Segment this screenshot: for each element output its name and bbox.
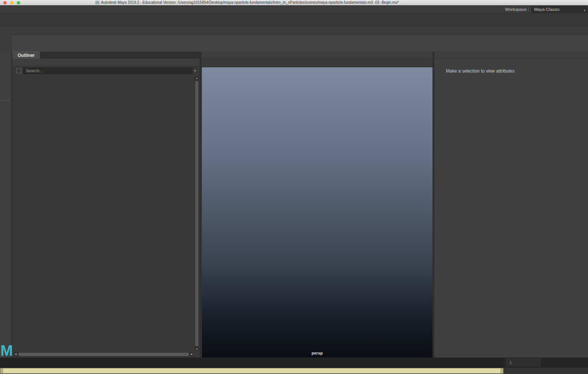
3d-scene — [202, 67, 432, 358]
window-title: Autodesk Maya 2019.2 - Educational Versi… — [101, 0, 399, 4]
outliner-vertical-scrollbar[interactable]: ▲▼ — [195, 76, 199, 351]
outliner-search-input[interactable]: Search... — [23, 67, 193, 74]
range-start-handle[interactable] — [0, 368, 3, 373]
filter-target-icon[interactable] — [16, 68, 21, 73]
attribute-editor-message: Make a selection to view attributes — [446, 68, 514, 74]
time-slider[interactable] — [0, 358, 504, 368]
maya-window: MA Autodesk Maya 2019.2 - Educational Ve… — [0, 0, 588, 374]
minimize-window-button[interactable] — [10, 1, 13, 4]
range-slider[interactable] — [0, 368, 504, 374]
outliner-list — [12, 76, 194, 352]
status-line — [0, 14, 588, 26]
zoom-window-button[interactable] — [17, 1, 20, 4]
workspace-selector[interactable]: Maya Classic▾ — [531, 6, 587, 13]
outliner-tab[interactable]: Outliner — [12, 52, 40, 59]
main-menubar: Workspace : Maya Classic▾ — [0, 5, 588, 14]
viewport-menubar — [202, 52, 432, 59]
fx-shelf — [12, 35, 588, 52]
workspace-label: Workspace : — [505, 7, 529, 12]
titlebar: MA Autodesk Maya 2019.2 - Educational Ve… — [0, 0, 588, 5]
search-options-arrow-icon[interactable]: ▾ — [193, 69, 197, 73]
attribute-editor-panel: Make a selection to view attributes — [435, 52, 588, 358]
chevron-down-icon: ▾ — [584, 7, 585, 14]
tool-box: M — [0, 52, 12, 358]
camera-name-label: persp — [202, 351, 432, 355]
outliner-horizontal-scrollbar[interactable]: ◀▶ — [14, 352, 194, 356]
document-icon: MA — [95, 1, 99, 4]
range-end-handle[interactable] — [501, 368, 503, 373]
shelf-side-buttons — [0, 26, 12, 52]
perspective-viewport[interactable]: persp — [202, 52, 434, 358]
viewport-toolbar — [202, 59, 432, 67]
shelf-tabs — [12, 26, 588, 35]
time-slider-row: 1 — [0, 358, 588, 368]
current-frame-field[interactable]: 1 — [506, 359, 541, 366]
maya-logo: M — [0, 342, 12, 359]
attribute-editor-menubar — [435, 52, 588, 59]
close-window-button[interactable] — [3, 1, 7, 4]
viewport-canvas[interactable]: persp — [202, 67, 432, 358]
outliner-menubar — [12, 59, 200, 66]
outliner-panel: Outliner Search... ▾ ▲▼ ◀▶ — [12, 52, 201, 358]
range-slider-row — [0, 368, 588, 374]
